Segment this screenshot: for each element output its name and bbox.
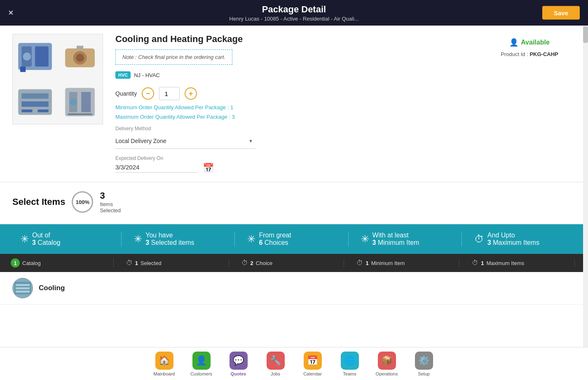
nav-label-operations: Operations	[376, 371, 398, 376]
quantity-label: Quantity	[115, 90, 137, 97]
svg-rect-4	[21, 67, 26, 72]
sub-label-maximum: Maximum Items	[486, 260, 524, 266]
customers-icon: 👤	[192, 352, 211, 370]
nav-jobs[interactable]: 🔧 Jobs	[263, 352, 288, 376]
sub-num-selected: 1	[135, 260, 138, 266]
delivery-select[interactable]: Local Delivery Zone Standard Shipping Ex…	[115, 133, 255, 149]
svg-rect-21	[16, 284, 30, 286]
nav-label-setup: Setup	[418, 371, 430, 376]
sub-label-choice: Choice	[256, 260, 272, 266]
quantity-input[interactable]	[159, 87, 180, 100]
select-items-header: Select Items 100% 3 ItemsSelected	[12, 190, 571, 213]
main-content: Cooling and Heating Package Note : Check…	[0, 26, 588, 347]
progress-circle: 100%	[72, 191, 93, 213]
availability-block: 👤 Available Product Id : PKG-CAHP	[488, 34, 571, 174]
stat-asterisk-2: ✳	[134, 233, 142, 245]
stat-with-at-least: ✳ With at least 3 Minimum Item	[349, 232, 462, 246]
nav-teams[interactable]: 🌐 Teams	[337, 352, 362, 376]
stat-from-great: ✳ From great 6 Choices	[235, 232, 348, 246]
stat-you-have: ✳ You have 3 Selected items	[122, 232, 235, 246]
save-button[interactable]: Save	[542, 6, 580, 20]
sub-num-minimum: 1	[365, 260, 368, 266]
calendar-nav-icon: 📅	[304, 352, 322, 370]
operations-icon: 📦	[378, 352, 396, 370]
nav-label-quotes: Quotes	[231, 371, 246, 376]
stat-num-2: 3	[145, 239, 149, 246]
stat-desc-3: Choices	[265, 239, 288, 246]
product-images	[12, 34, 103, 124]
progress-pct: 100%	[76, 199, 89, 205]
product-section: Cooling and Heating Package Note : Check…	[0, 26, 583, 182]
select-items-title: Select Items	[12, 197, 65, 207]
nav-operations[interactable]: 📦 Operations	[375, 352, 399, 376]
stat-desc-1: Catalog	[37, 239, 60, 246]
nav-label-customers: Customers	[190, 371, 212, 376]
stat-text-5: And Upto 3 Maximum Items	[487, 232, 539, 246]
sub-item-choice: ⏱ 2 Choice	[229, 259, 344, 267]
select-items-section: Select Items 100% 3 ItemsSelected	[0, 182, 583, 224]
mainboard-icon: 🏠	[155, 352, 173, 370]
sub-num-maximum: 1	[481, 260, 484, 266]
note-text: Note : Check final price in the ordering…	[122, 54, 225, 60]
stat-prefix-2: You have	[145, 232, 194, 239]
header: × Package Detail Henry Lucas - 10085 - A…	[0, 0, 588, 26]
tag-hvc: HVC	[115, 71, 131, 79]
expected-date: 3/3/2024	[115, 164, 198, 173]
sub-num-choice: 2	[251, 260, 253, 266]
svg-rect-16	[82, 92, 91, 113]
cooling-row: Cooling	[0, 272, 583, 305]
quantity-increase-button[interactable]: +	[185, 87, 197, 100]
nav-calendar[interactable]: 📅 Calendar	[300, 352, 325, 376]
items-count: 3	[100, 190, 121, 201]
product-info: Cooling and Heating Package Note : Check…	[115, 34, 476, 174]
stat-prefix-4: With at least	[372, 232, 419, 239]
scrollbar-thumb	[583, 26, 588, 43]
calendar-icon[interactable]: 📅	[203, 163, 214, 174]
quantity-decrease-button[interactable]: −	[142, 87, 154, 100]
svg-rect-18	[68, 114, 92, 115]
scrollbar[interactable]	[583, 26, 588, 347]
quotes-icon: 💬	[230, 352, 248, 370]
stat-asterisk-3: ✳	[247, 233, 255, 245]
svg-rect-10	[22, 94, 49, 99]
tag-label: NJ - HVAC	[134, 72, 160, 78]
items-label: ItemsSelected	[100, 201, 121, 213]
nav-quotes[interactable]: 💬 Quotes	[226, 352, 251, 376]
svg-rect-2	[35, 47, 49, 67]
teams-icon: 🌐	[341, 352, 359, 370]
setup-icon: ⚙️	[415, 352, 433, 370]
nav-customers[interactable]: 👤 Customers	[189, 352, 214, 376]
product-image-4	[58, 79, 103, 124]
delivery-select-wrap: Local Delivery Zone Standard Shipping Ex…	[115, 133, 255, 149]
close-button[interactable]: ×	[8, 7, 14, 18]
stat-num-1: 3	[32, 239, 36, 246]
stat-asterisk-5: ⏱	[474, 233, 484, 245]
stat-num-3: 6	[259, 239, 262, 246]
sub-label-minimum: Minimum Item	[371, 260, 405, 266]
note-box: Note : Check final price in the ordering…	[115, 49, 232, 65]
stat-text-1: Out of 3 Catalog	[32, 232, 61, 246]
stat-num-5: 3	[487, 239, 491, 246]
header-title-block: Package Detail Henry Lucas - 10085 - Act…	[229, 4, 358, 22]
stat-desc-5: Maximum Items	[493, 239, 539, 246]
stat-prefix-1: Out of	[32, 232, 61, 239]
stat-num-4: 3	[372, 239, 376, 246]
sub-item-minimum: ⏱ 1 Minimum Item	[344, 259, 459, 267]
sub-bar: 1 Catalog ⏱ 1 Selected ⏱ 2 Choice ⏱ 1 Mi…	[0, 254, 583, 272]
svg-rect-23	[16, 291, 30, 293]
max-order-text: Maximum Order Quantity Allowed Per Packa…	[115, 114, 476, 120]
svg-rect-13	[38, 110, 49, 113]
svg-point-7	[76, 54, 84, 62]
sub-icon-minimum: ⏱	[356, 259, 363, 267]
stat-text-4: With at least 3 Minimum Item	[372, 232, 419, 246]
expected-row: 3/3/2024 📅	[115, 163, 476, 174]
sub-item-maximum: ⏱ 1 Maximum Items	[459, 259, 575, 267]
nav-mainboard[interactable]: 🏠 Mainboard	[152, 352, 177, 376]
sub-icon-choice: ⏱	[241, 259, 248, 267]
product-title: Cooling and Heating Package	[115, 34, 476, 45]
sub-icon-selected: ⏱	[126, 259, 133, 267]
nav-label-calendar: Calendar	[303, 371, 322, 376]
min-order-text: Minimum Order Quantity Allowed Per Packa…	[115, 104, 476, 110]
nav-setup[interactable]: ⚙️ Setup	[412, 352, 436, 376]
delivery-method-label: Delivery Method	[115, 126, 476, 131]
